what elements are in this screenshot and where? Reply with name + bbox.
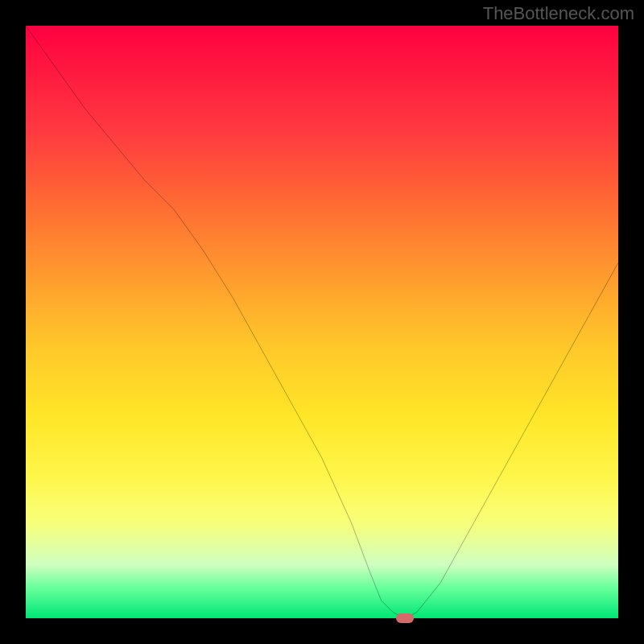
optimal-marker (396, 613, 414, 623)
bottleneck-curve (26, 26, 618, 618)
curve-path (26, 26, 618, 618)
watermark-text: TheBottleneck.com (483, 3, 634, 24)
plot-area (26, 26, 618, 618)
